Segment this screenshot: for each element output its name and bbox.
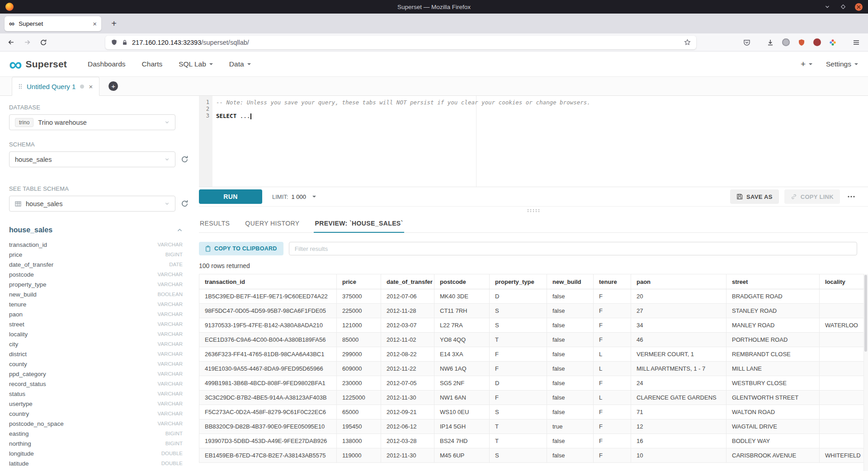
database-select[interactable]: trino Trino warehouse	[9, 114, 175, 130]
column-name: latitude	[9, 460, 29, 467]
refresh-schemas-icon[interactable]	[180, 155, 189, 164]
table-cell: 24	[631, 376, 726, 391]
copy-to-clipboard-button[interactable]: COPY TO CLIPBOARD	[199, 242, 283, 255]
column-header[interactable]: paon	[631, 274, 726, 289]
firefox-logo-icon	[5, 3, 14, 11]
table-cell: 2012-03-28	[381, 434, 434, 448]
maximize-icon[interactable]	[839, 3, 847, 11]
pane-resize-handle[interactable]	[199, 206, 868, 215]
bookmark-star-icon[interactable]	[684, 39, 691, 46]
column-type: VARCHAR	[158, 331, 183, 337]
refresh-tables-icon[interactable]	[180, 199, 189, 208]
query-tab-close-icon[interactable]: ×	[89, 83, 93, 90]
tracking-shield-icon[interactable]	[111, 39, 118, 46]
close-icon[interactable]	[855, 3, 863, 11]
forward-icon[interactable]	[23, 38, 32, 47]
extension-icon-2[interactable]	[797, 38, 806, 47]
tab-close-icon[interactable]: ×	[93, 20, 97, 27]
table-cell: BS24 7HD	[434, 434, 490, 448]
column-type: VARCHAR	[158, 272, 183, 277]
header-plus-button[interactable]: +	[801, 59, 812, 69]
table-cell: F	[594, 333, 631, 347]
table-cell: 2012-11-30	[381, 391, 434, 405]
table-cell: BB8320C9-D82B-4B37-90E0-9FEE05095E10	[199, 419, 337, 434]
results-pane-tab-1[interactable]: RESULTS	[199, 215, 231, 233]
table-cell: 46	[631, 333, 726, 347]
results-pane-tab-3[interactable]: PREVIEW: `HOUSE_SALES`	[314, 215, 404, 233]
results-pane-tab-2[interactable]: QUERY HISTORY	[244, 215, 300, 233]
drag-handle-icon[interactable]	[19, 83, 22, 89]
schema-column: usertypeVARCHAR	[9, 399, 183, 409]
more-options-button[interactable]	[845, 189, 857, 204]
add-query-tab-button[interactable]: +	[108, 81, 118, 91]
column-header[interactable]: date_of_transfer	[381, 274, 434, 289]
table-cell: false	[547, 391, 594, 405]
scrollbar-thumb[interactable]	[864, 275, 867, 352]
save-as-button[interactable]: SAVE AS	[730, 189, 779, 204]
extension-icon-3[interactable]	[813, 38, 821, 46]
column-name: transaction_id	[9, 241, 47, 248]
minimize-icon[interactable]	[823, 3, 831, 11]
table-cell: 225000	[337, 304, 381, 318]
collapse-chevron-up-icon[interactable]	[177, 227, 183, 233]
table-select[interactable]: house_sales	[9, 196, 175, 212]
nav-item-charts[interactable]: Charts	[142, 60, 163, 68]
code-line	[216, 106, 868, 113]
column-header[interactable]: property_type	[490, 274, 547, 289]
lock-icon[interactable]	[122, 39, 128, 46]
column-type: VARCHAR	[158, 361, 183, 367]
run-button[interactable]: RUN	[199, 189, 262, 204]
url-text[interactable]: 217.160.120.143:32393/superset/sqllab/	[132, 39, 249, 46]
url-bar[interactable]: 217.160.120.143:32393/superset/sqllab/	[105, 36, 696, 49]
column-header[interactable]: locality	[820, 274, 864, 289]
column-header[interactable]: transaction_id	[199, 274, 337, 289]
column-header[interactable]: postcode	[434, 274, 490, 289]
table-cell: MK40 3DE	[434, 289, 490, 304]
table-cell: false	[547, 289, 594, 304]
table-cell: 65000	[337, 405, 381, 419]
table-cell: 71	[631, 405, 726, 419]
copy-link-button[interactable]: COPY LINK	[784, 189, 840, 204]
table-cell: F	[490, 362, 547, 376]
extension-icon-4[interactable]	[828, 38, 837, 47]
download-icon[interactable]	[766, 38, 775, 47]
settings-menu[interactable]: Settings	[826, 60, 858, 68]
extension-icon-1[interactable]	[782, 38, 790, 46]
limit-dropdown[interactable]: LIMIT: 1 000	[272, 193, 316, 200]
column-name: locality	[9, 331, 28, 338]
menu-hamburger-icon[interactable]	[852, 38, 861, 47]
schema-column: statusVARCHAR	[9, 389, 183, 399]
table-cell: ECE1D376-C9A6-4C00-B004-A380B189FA56	[199, 333, 337, 347]
column-name: property_type	[9, 281, 47, 288]
column-header[interactable]: tenure	[594, 274, 631, 289]
reload-icon[interactable]	[39, 38, 48, 47]
filter-results-input[interactable]	[289, 242, 857, 255]
column-name: paon	[9, 311, 23, 318]
browser-tab[interactable]: ∞ Superset ×	[5, 16, 101, 31]
new-tab-button[interactable]: +	[108, 17, 120, 30]
column-header[interactable]: street	[726, 274, 820, 289]
nav-item-data[interactable]: Data	[229, 60, 251, 68]
table-cell: true	[547, 419, 594, 434]
results-scrollbar[interactable]	[863, 274, 868, 471]
column-type: VARCHAR	[158, 411, 183, 416]
table-cell: S	[490, 304, 547, 318]
back-icon[interactable]	[6, 38, 15, 47]
table-cell: MANLEY ROAD	[726, 318, 820, 333]
column-type: VARCHAR	[158, 311, 183, 317]
superset-logo-icon[interactable]: ∞	[9, 57, 22, 71]
table-cell: F	[594, 376, 631, 391]
column-name: ppd_category	[9, 371, 46, 377]
nav-item-label: Dashboards	[88, 60, 126, 68]
nav-item-dashboards[interactable]: Dashboards	[88, 60, 126, 68]
table-cell: false	[547, 362, 594, 376]
nav-item-sql-lab[interactable]: SQL Lab	[179, 60, 213, 68]
column-header[interactable]: price	[337, 274, 381, 289]
column-header[interactable]: new_build	[547, 274, 594, 289]
superset-brand[interactable]: Superset	[26, 59, 67, 70]
sql-editor[interactable]: 123 -- Note: Unless you save your query,…	[199, 96, 868, 187]
schema-select[interactable]: house_sales	[9, 151, 175, 167]
pocket-icon[interactable]	[742, 38, 751, 47]
query-tab-title: Untitled Query 1	[27, 83, 75, 90]
query-tab-active[interactable]: Untitled Query 1 ×	[12, 77, 99, 96]
